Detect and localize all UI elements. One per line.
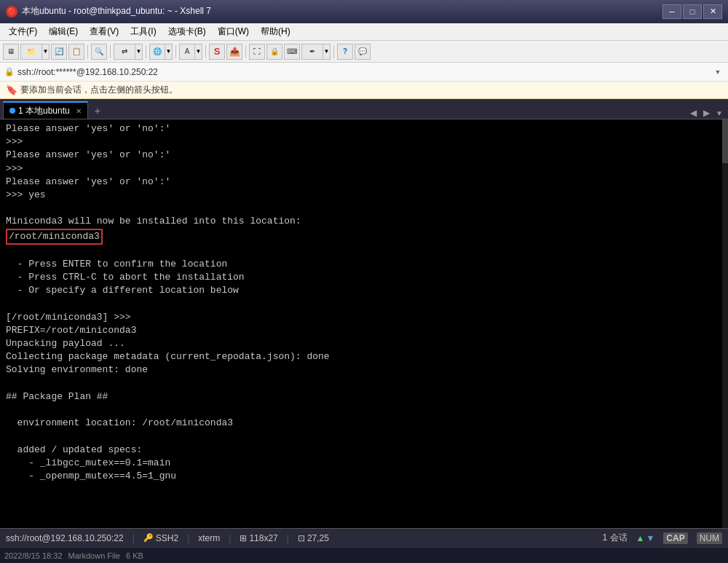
chat-btn[interactable]: 💬 (355, 44, 371, 60)
minimize-button[interactable]: ─ (662, 4, 681, 19)
compose-btn[interactable]: ✒ (301, 44, 323, 60)
menu-help[interactable]: 帮助(H) (255, 24, 296, 39)
upload-arrow-icon: ▲ (636, 533, 645, 543)
menu-tabs[interactable]: 选项卡(B) (162, 24, 212, 39)
address-dropdown[interactable]: ▼ (712, 66, 724, 78)
status-cursor: ⊡ 27,25 (298, 533, 329, 543)
compose-dropdown[interactable]: ▼ (323, 44, 331, 60)
reconnect-btn[interactable]: 🔄 (51, 44, 67, 60)
status-sessions: 1 会话 (603, 532, 628, 544)
fullscreen-btn[interactable]: ⛶ (249, 44, 265, 60)
address-text: ssh://root:******@192.168.10.250:22 (17, 67, 709, 77)
bookmark-icon: 🔖 (6, 84, 17, 95)
search-btn[interactable]: 🔍 (91, 44, 107, 60)
menu-view[interactable]: 查看(V) (84, 24, 124, 39)
xmanager-btn[interactable]: S (209, 44, 225, 60)
keyboard-btn[interactable]: ⌨ (284, 44, 300, 60)
status-size-text: 118x27 (249, 533, 277, 543)
menu-window[interactable]: 窗口(W) (212, 24, 255, 39)
tab-local-ubuntu[interactable]: 1 本地ubuntu ✕ (3, 101, 88, 119)
lock-btn[interactable]: 🔒 (266, 44, 282, 60)
taskbar-file: Markdown File (68, 551, 121, 560)
menu-edit[interactable]: 编辑(E) (43, 24, 84, 39)
font-dropdown[interactable]: ▼ (195, 44, 202, 60)
window-controls: ─ □ ✕ (662, 4, 722, 19)
close-button[interactable]: ✕ (703, 4, 722, 19)
window-title: 本地ubuntu - root@thinkpad_ubuntu: ~ - Xsh… (22, 5, 211, 17)
new-session-btn[interactable]: 🖥 (3, 44, 19, 60)
status-connection-text: ssh://root@192.168.10.250:22 (6, 533, 124, 543)
help-btn[interactable]: ? (337, 44, 353, 60)
transfer-dropdown[interactable]: ▼ (135, 44, 143, 60)
taskbar-date: 2022/8/15 18:32 (4, 551, 63, 560)
status-terminal: xterm (198, 533, 220, 543)
status-size: ⊞ 118x27 (240, 533, 277, 543)
lock-icon: 🔒 (4, 67, 15, 76)
taskbar: 2022/8/15 18:32 Markdown File 6 KB (0, 547, 728, 563)
tab-next-btn[interactable]: ▶ (700, 107, 712, 119)
globe-btn[interactable]: 🌐 (149, 44, 165, 60)
status-protocol: 🔑 SSH2 (143, 533, 178, 543)
tab-close-btn[interactable]: ✕ (76, 107, 82, 115)
terminal-scrollbar-thumb[interactable] (722, 119, 728, 163)
terminal[interactable]: Please answer 'yes' or 'no':' >>> Please… (0, 119, 728, 528)
status-connection: ssh://root@192.168.10.250:22 (6, 533, 124, 543)
tab-label: 1 本地ubuntu (18, 105, 70, 117)
info-bar: 🔖 要添加当前会话，点击左侧的箭头按钮。 (0, 82, 728, 99)
status-cursor-icon: ⊡ (298, 533, 305, 543)
tab-prev-btn[interactable]: ◀ (687, 107, 699, 119)
terminal-line-1: Please answer 'yes' or 'no':' >>> Please… (6, 123, 330, 481)
status-sessions-text: 1 会话 (603, 532, 628, 544)
open-folder-btn[interactable]: 📁 (20, 44, 42, 60)
num-lock-indicator: NUM (697, 532, 722, 544)
title-bar: 🔴 本地ubuntu - root@thinkpad_ubuntu: ~ - X… (0, 0, 728, 23)
font-btn[interactable]: A (179, 44, 195, 60)
status-protocol-text: SSH2 (156, 533, 178, 543)
maximize-button[interactable]: □ (683, 4, 702, 19)
transfer-btn[interactable]: ⇄ (114, 44, 135, 60)
menu-tools[interactable]: 工具(I) (124, 24, 162, 39)
app-icon: 🔴 (6, 6, 17, 17)
install-path-highlight: /root/miniconda3 (6, 229, 103, 245)
status-arrows: ▲ ▼ (636, 533, 655, 543)
copy-btn[interactable]: 📋 (68, 44, 84, 60)
address-bar: 🔒 ssh://root:******@192.168.10.250:22 ▼ (0, 63, 728, 82)
globe-dropdown[interactable]: ▼ (165, 44, 173, 60)
status-bar: ssh://root@192.168.10.250:22 | 🔑 SSH2 | … (0, 528, 728, 547)
download-arrow-icon: ▼ (646, 533, 654, 543)
status-size-icon: ⊞ (240, 533, 247, 543)
status-terminal-text: xterm (198, 533, 220, 543)
info-text: 要添加当前会话，点击左侧的箭头按钮。 (20, 84, 178, 96)
taskbar-size: 6 KB (126, 551, 143, 560)
new-tab-btn[interactable]: + (90, 103, 106, 119)
status-cursor-text: 27,25 (307, 533, 329, 543)
protocol-icon: 🔑 (143, 533, 154, 543)
terminal-scrollbar[interactable] (722, 119, 728, 528)
open-folder-dropdown[interactable]: ▼ (42, 44, 50, 60)
tab-more-btn[interactable]: ▼ (713, 107, 725, 119)
menu-bar: 文件(F) 编辑(E) 查看(V) 工具(I) 选项卡(B) 窗口(W) 帮助(… (0, 23, 728, 41)
toolbar: 🖥 📁 ▼ 🔄 📋 🔍 ⇄ ▼ 🌐 ▼ A ▼ S 📤 ⛶ 🔒 ⌨ ✒ ▼ ? … (0, 41, 728, 63)
tab-navigation: ◀ ▶ ▼ (687, 107, 725, 119)
caps-lock-indicator: CAP (663, 532, 687, 544)
terminal-output: Please answer 'yes' or 'no':' >>> Please… (6, 122, 722, 483)
menu-file[interactable]: 文件(F) (3, 24, 43, 39)
tab-active-dot (9, 108, 15, 114)
tab-bar: 1 本地ubuntu ✕ + ◀ ▶ ▼ (0, 99, 728, 119)
file-transfer-btn[interactable]: 📤 (226, 44, 242, 60)
